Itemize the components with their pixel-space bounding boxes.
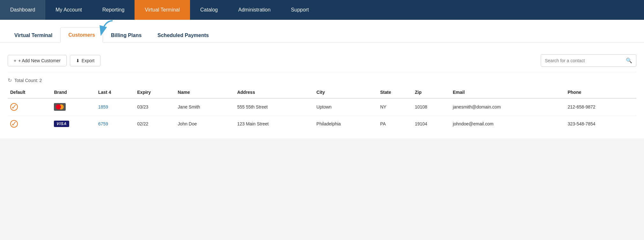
last4-link[interactable]: 1859 [98,104,108,109]
search-button[interactable]: 🔍 [622,55,636,66]
nav-catalog[interactable]: Catalog [190,0,228,20]
subnav-scheduled-payments[interactable]: Scheduled Payments [150,28,217,43]
cell-state: NY [377,98,412,116]
cell-email: johndoe@email.com [450,116,565,132]
table-row: ✓ 185903/23Jane Smith555 55th StreetUpto… [8,98,636,116]
search-icon: 🔍 [626,58,632,63]
export-label: Export [82,58,94,63]
col-brand: Brand [51,86,96,98]
cell-city: Philadelphia [314,116,378,132]
cell-zip: 19104 [412,116,450,132]
col-expiry: Expiry [135,86,175,98]
cell-brand: VISA [51,116,96,132]
col-phone: Phone [565,86,636,98]
table-row: ✓VISA675902/22John Doe123 Main StreetPhi… [8,116,636,132]
col-name: Name [175,86,235,98]
top-navigation: Dashboard My Account Reporting Virtual T… [0,0,644,20]
plus-icon: + [14,58,16,63]
cell-last4[interactable]: 1859 [96,98,135,116]
col-city: City [314,86,378,98]
cell-default: ✓ [8,98,51,116]
export-button[interactable]: ⬇ Export [70,55,100,66]
cell-state: PA [377,116,412,132]
toolbar-left: + + Add New Customer ⬇ Export [8,55,100,66]
default-icon: ✓ [10,120,18,128]
total-count-label: Total Count: 2 [14,78,42,83]
last4-link[interactable]: 6759 [98,121,108,126]
nav-virtual-terminal[interactable]: Virtual Terminal [135,0,190,20]
cell-address: 555 55th Street [235,98,314,116]
cell-expiry: 03/23 [135,98,175,116]
cell-expiry: 02/22 [135,116,175,132]
cell-default: ✓ [8,116,51,132]
mastercard-logo [54,103,66,111]
default-icon: ✓ [10,103,18,111]
col-zip: Zip [412,86,450,98]
cell-zip: 10108 [412,98,450,116]
col-address: Address [235,86,314,98]
visa-logo: VISA [54,121,69,127]
download-icon: ⬇ [76,58,80,63]
cell-address: 123 Main Street [235,116,314,132]
table-header-row: Default Brand Last 4 Expiry Name Address… [8,86,636,98]
col-last4: Last 4 [96,86,135,98]
main-content: + + Add New Customer ⬇ Export 🔍 ↻ Total … [0,43,644,139]
cell-email: janesmith@domain.com [450,98,565,116]
customers-table: Default Brand Last 4 Expiry Name Address… [8,86,636,132]
search-input[interactable] [541,55,622,66]
cell-name: John Doe [175,116,235,132]
nav-reporting[interactable]: Reporting [92,0,135,20]
subnav-virtual-terminal[interactable]: Virtual Terminal [6,28,60,43]
add-new-customer-button[interactable]: + + Add New Customer [8,55,67,66]
nav-my-account[interactable]: My Account [45,0,92,20]
col-state: State [377,86,412,98]
cell-phone: 323-548-7854 [565,116,636,132]
col-default: Default [8,86,51,98]
refresh-icon[interactable]: ↻ [8,77,12,83]
toolbar: + + Add New Customer ⬇ Export 🔍 [8,49,636,72]
cell-city: Uptown [314,98,378,116]
cell-brand [51,98,96,116]
add-customer-label: + Add New Customer [18,58,61,63]
total-count-row: ↻ Total Count: 2 [8,72,636,86]
cell-last4[interactable]: 6759 [96,116,135,132]
nav-administration[interactable]: Administration [228,0,281,20]
cell-name: Jane Smith [175,98,235,116]
nav-dashboard[interactable]: Dashboard [0,0,45,20]
sub-navigation: Virtual Terminal Customers Billing Plans… [0,20,644,43]
cell-phone: 212-658-9872 [565,98,636,116]
col-email: Email [450,86,565,98]
nav-support[interactable]: Support [281,0,319,20]
search-box: 🔍 [541,54,636,67]
